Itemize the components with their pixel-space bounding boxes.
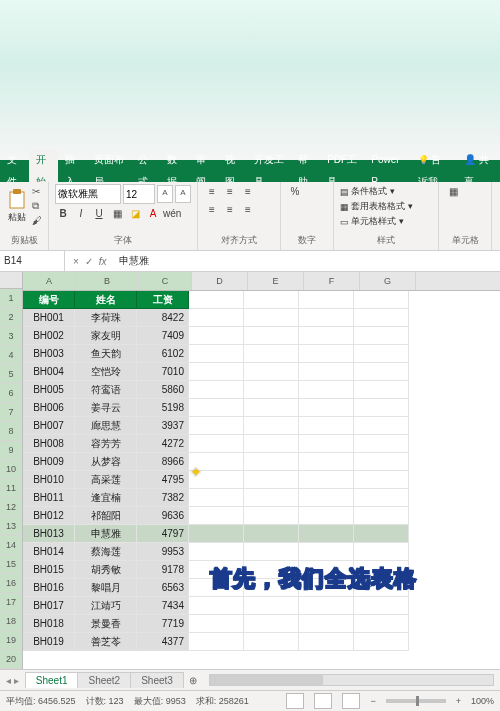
cell[interactable] — [244, 561, 299, 579]
paste-button[interactable]: 粘贴 — [6, 186, 28, 226]
align-top-icon[interactable]: ≡ — [204, 184, 220, 200]
cell[interactable] — [354, 453, 409, 471]
cell[interactable]: BH005 — [23, 381, 75, 399]
cell[interactable]: BH015 — [23, 561, 75, 579]
table-row[interactable]: BH017江靖巧7434 — [23, 597, 500, 615]
cell[interactable] — [299, 561, 354, 579]
cell[interactable] — [189, 381, 244, 399]
align-mid-icon[interactable]: ≡ — [222, 184, 238, 200]
font-size-select[interactable] — [123, 184, 155, 204]
cell[interactable] — [354, 561, 409, 579]
table-row[interactable]: BH015胡秀敏9178 — [23, 561, 500, 579]
row-header[interactable]: 2 — [0, 308, 22, 327]
cell[interactable]: 廊思慧 — [75, 417, 137, 435]
cell[interactable]: BH001 — [23, 309, 75, 327]
cell[interactable] — [299, 381, 354, 399]
cell[interactable] — [189, 507, 244, 525]
border-button[interactable]: ▦ — [109, 206, 125, 222]
cell[interactable] — [244, 615, 299, 633]
formula-input[interactable]: 申慧雅 — [115, 254, 500, 268]
cell[interactable]: 9636 — [137, 507, 189, 525]
cell[interactable] — [299, 399, 354, 417]
table-row[interactable]: BH012祁韶阳9636 — [23, 507, 500, 525]
cell[interactable]: 3937 — [137, 417, 189, 435]
cell[interactable]: BH004 — [23, 363, 75, 381]
sheet-tab-Sheet2[interactable]: Sheet2 — [77, 672, 131, 688]
table-row[interactable]: BH006姜寻云5198 — [23, 399, 500, 417]
cell[interactable] — [299, 579, 354, 597]
cell[interactable] — [244, 633, 299, 651]
row-header[interactable]: 13 — [0, 517, 22, 536]
table-row[interactable]: BH002家友明7409 — [23, 327, 500, 345]
cell[interactable] — [189, 525, 244, 543]
cell[interactable] — [354, 525, 409, 543]
cell[interactable] — [189, 561, 244, 579]
cell[interactable]: 高采莲 — [75, 471, 137, 489]
cell[interactable] — [299, 489, 354, 507]
table-row[interactable]: BH003鱼天韵6102 — [23, 345, 500, 363]
cell[interactable] — [189, 399, 244, 417]
table-row[interactable]: BH004空恺玲7010 — [23, 363, 500, 381]
cell[interactable] — [189, 543, 244, 561]
cell[interactable]: 景曼香 — [75, 615, 137, 633]
cell[interactable]: 4795 — [137, 471, 189, 489]
cell[interactable]: BH018 — [23, 615, 75, 633]
table-row[interactable]: BH013申慧雅4797 — [23, 525, 500, 543]
cell[interactable]: 姜寻云 — [75, 399, 137, 417]
cell[interactable] — [299, 633, 354, 651]
cell[interactable] — [299, 525, 354, 543]
sheet-nav-buttons[interactable]: ◂ ▸ — [0, 675, 25, 686]
cell[interactable]: BH012 — [23, 507, 75, 525]
shrink-font-icon[interactable]: A — [175, 185, 191, 203]
underline-button[interactable]: U — [91, 206, 107, 222]
cell[interactable]: 空恺玲 — [75, 363, 137, 381]
cell[interactable]: BH003 — [23, 345, 75, 363]
cell[interactable] — [299, 507, 354, 525]
column-header-B[interactable]: B — [76, 272, 139, 290]
cell[interactable] — [354, 345, 409, 363]
cell[interactable] — [354, 615, 409, 633]
cell[interactable] — [244, 417, 299, 435]
cell[interactable] — [354, 291, 409, 309]
align-left-icon[interactable]: ≡ — [204, 202, 220, 218]
cell[interactable]: 工资 — [137, 291, 189, 309]
cell[interactable]: 7382 — [137, 489, 189, 507]
cell[interactable] — [299, 363, 354, 381]
phonetic-button[interactable]: wén — [163, 206, 179, 222]
column-header-F[interactable]: F — [304, 272, 360, 290]
cell[interactable]: BH006 — [23, 399, 75, 417]
cell[interactable] — [189, 579, 244, 597]
align-bot-icon[interactable]: ≡ — [240, 184, 256, 200]
cell-styles-button[interactable]: ▭单元格样式 ▾ — [340, 214, 432, 229]
row-header[interactable]: 3 — [0, 327, 22, 346]
column-header-D[interactable]: D — [192, 272, 248, 290]
cell[interactable]: BH011 — [23, 489, 75, 507]
table-row[interactable]: BH001李荷珠8422 — [23, 309, 500, 327]
row-header[interactable]: 8 — [0, 422, 22, 441]
cell[interactable]: 5860 — [137, 381, 189, 399]
cell[interactable] — [299, 291, 354, 309]
row-header[interactable]: 18 — [0, 612, 22, 631]
cell[interactable] — [244, 579, 299, 597]
cell[interactable]: 容芳芳 — [75, 435, 137, 453]
row-header[interactable]: 15 — [0, 555, 22, 574]
row-header[interactable]: 12 — [0, 498, 22, 517]
row-header[interactable]: 4 — [0, 346, 22, 365]
cell[interactable]: 胡秀敏 — [75, 561, 137, 579]
row-header[interactable]: 10 — [0, 460, 22, 479]
cell[interactable]: BH014 — [23, 543, 75, 561]
cell[interactable]: 姓名 — [75, 291, 137, 309]
copy-icon[interactable]: ⧉ — [32, 200, 42, 212]
cell[interactable]: 从梦容 — [75, 453, 137, 471]
cell[interactable] — [244, 435, 299, 453]
cell[interactable] — [244, 543, 299, 561]
cell[interactable] — [299, 327, 354, 345]
cell[interactable] — [244, 381, 299, 399]
cell[interactable] — [189, 489, 244, 507]
cell[interactable]: 9178 — [137, 561, 189, 579]
cell[interactable] — [189, 471, 244, 489]
cell[interactable]: BH002 — [23, 327, 75, 345]
cell[interactable] — [299, 453, 354, 471]
page-layout-view-button[interactable] — [314, 693, 332, 709]
cell[interactable]: BH007 — [23, 417, 75, 435]
